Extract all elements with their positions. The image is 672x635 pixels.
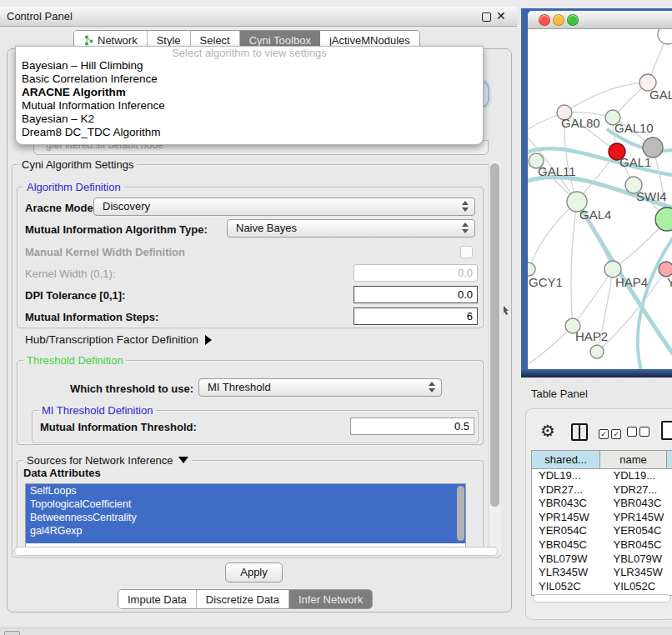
column-header-name[interactable]: name bbox=[600, 451, 667, 468]
select-all-icon[interactable]: ✓✓ bbox=[599, 425, 624, 440]
control-panel-title: Control Panel bbox=[7, 10, 73, 22]
network-node-label: GAL4 bbox=[579, 208, 611, 222]
network-canvas[interactable]: GAL7GAL80GAL10GAL1GAL11SWI4GAL4GCY1HAP4Y… bbox=[528, 29, 672, 369]
network-node-label: GCY1 bbox=[529, 275, 563, 289]
algorithm-definition-title: Algorithm Definition bbox=[23, 181, 124, 193]
table-row[interactable]: YLR345WYLR345W9. bbox=[532, 566, 672, 580]
network-node-label: GAL11 bbox=[538, 164, 576, 178]
mi-type-label: Mutual Information Algorithm Type: bbox=[25, 223, 208, 236]
network-node-label: GAL80 bbox=[561, 116, 600, 130]
network-node[interactable] bbox=[658, 29, 672, 44]
collapse-down-icon bbox=[178, 457, 188, 463]
cyni-settings-title: Cyni Algorithm Settings bbox=[18, 158, 137, 171]
settings-vscrollbar[interactable] bbox=[489, 161, 501, 554]
network-node-label: SWI4 bbox=[636, 189, 667, 203]
column-header-partial[interactable] bbox=[667, 451, 672, 468]
which-threshold-combo[interactable]: MI Threshold bbox=[198, 378, 442, 397]
network-icon bbox=[83, 35, 94, 46]
sources-title[interactable]: Sources for Network Inference bbox=[23, 454, 192, 467]
table-row[interactable]: YBL079WYBL079W bbox=[532, 552, 672, 567]
stepper-icon bbox=[462, 201, 469, 212]
columns-icon[interactable] bbox=[571, 423, 588, 441]
network-node[interactable] bbox=[655, 208, 672, 231]
dropdown-item-selected[interactable]: ARACNE Algorithm bbox=[16, 86, 483, 99]
settings-hscrollbar[interactable] bbox=[14, 547, 498, 556]
table-panel-title: Table Panel bbox=[531, 388, 588, 400]
network-window-titlebar[interactable] bbox=[528, 11, 672, 29]
list-item[interactable]: BetweennessCentrality bbox=[26, 511, 465, 524]
list-item-partial[interactable] bbox=[26, 538, 465, 543]
algorithm-dropdown: Select algorithm to view settings Bayesi… bbox=[15, 46, 484, 145]
hub-section-toggle[interactable]: Hub/Transcription Factor Definition bbox=[25, 333, 212, 346]
dropdown-item[interactable]: Basic Correlation Inference bbox=[16, 72, 483, 86]
network-node-label: HAP4 bbox=[615, 275, 648, 289]
mi-threshold-label: Mutual Information Threshold: bbox=[40, 421, 197, 433]
dropdown-item[interactable]: Bayesian – Hill Climbing bbox=[16, 59, 483, 72]
dpi-tolerance-field[interactable]: 0.0 bbox=[354, 286, 478, 303]
tab-infer-network[interactable]: Infer Network bbox=[289, 590, 372, 608]
network-node[interactable] bbox=[643, 138, 663, 158]
stepper-icon bbox=[429, 382, 436, 392]
bottom-corner-button[interactable] bbox=[4, 631, 20, 635]
bottom-tabbar: Impute Data Discretize Data Infer Networ… bbox=[118, 589, 373, 609]
manual-kernel-label: Manual Kernel Width Definition bbox=[25, 246, 185, 258]
deselect-all-icon[interactable] bbox=[627, 425, 652, 440]
dropdown-item[interactable]: Dream8 DC_TDC Algorithm bbox=[16, 126, 483, 139]
mi-steps-field[interactable]: 6 bbox=[354, 308, 478, 325]
document-icon[interactable] bbox=[661, 421, 672, 440]
list-scrollbar[interactable] bbox=[457, 486, 464, 541]
network-node[interactable] bbox=[528, 262, 535, 276]
which-threshold-label: Which threshold to use: bbox=[70, 382, 193, 395]
list-item[interactable]: gal4RGexp bbox=[26, 524, 465, 538]
dropdown-item[interactable]: Mutual Information Inference bbox=[16, 99, 483, 112]
network-node[interactable] bbox=[590, 345, 604, 358]
minimize-traffic-light[interactable] bbox=[553, 14, 564, 26]
table-row[interactable]: YDL19...YDL19...13 bbox=[532, 469, 672, 483]
kernel-width-field[interactable]: 0.0 bbox=[354, 264, 478, 282]
table-row[interactable]: YIL052CYIL052C9. bbox=[532, 580, 672, 594]
gear-icon[interactable]: ⚙ bbox=[540, 421, 555, 441]
aracne-mode-label: Aracne Mode: bbox=[25, 202, 97, 214]
tab-discretize-data[interactable]: Discretize Data bbox=[197, 590, 289, 608]
data-attributes-label: Data Attributes bbox=[23, 467, 101, 479]
zoom-traffic-light[interactable] bbox=[567, 14, 579, 26]
dpi-tolerance-label: DPI Tolerance [0,1]: bbox=[25, 289, 125, 302]
network-view[interactable]: GAL7GAL80GAL10GAL1GAL11SWI4GAL4GCY1HAP4Y… bbox=[528, 29, 672, 369]
manual-kernel-checkbox[interactable] bbox=[460, 246, 473, 258]
scrollbar-thumb[interactable] bbox=[490, 163, 499, 507]
network-node-label: GAL10 bbox=[614, 121, 654, 135]
tab-impute-data[interactable]: Impute Data bbox=[118, 590, 197, 608]
aracne-mode-combo[interactable]: Discovery bbox=[93, 198, 475, 216]
list-item[interactable]: SelfLoops bbox=[26, 484, 465, 498]
close-traffic-light[interactable] bbox=[539, 14, 550, 26]
bottom-strip bbox=[0, 628, 672, 635]
network-node-label: Y bbox=[667, 275, 672, 289]
column-header-shared-name[interactable]: shared... bbox=[532, 451, 600, 468]
mi-threshold-title: MI Threshold Definition bbox=[38, 404, 156, 417]
screen: Control Panel ✕ Network Style Select Cyn… bbox=[0, 0, 672, 635]
node-table: shared... name YDL19...YDL19...13 YDR27.… bbox=[531, 450, 672, 596]
table-row[interactable]: YER054CYER054C8. bbox=[532, 524, 672, 538]
network-node-label: HAP2 bbox=[575, 329, 608, 343]
dropdown-item[interactable]: Bayesian – K2 bbox=[16, 112, 483, 126]
table-row[interactable]: YBR045CYBR045C9. bbox=[532, 538, 672, 552]
mi-steps-label: Mutual Information Steps: bbox=[25, 311, 158, 323]
table-hscrollbar[interactable] bbox=[533, 594, 671, 602]
network-node-label: GAL1 bbox=[619, 155, 651, 169]
apply-button[interactable]: Apply bbox=[225, 562, 283, 582]
mi-threshold-field[interactable]: 0.5 bbox=[350, 418, 474, 435]
top-strip bbox=[0, 0, 672, 7]
float-window-icon[interactable] bbox=[482, 12, 491, 22]
list-item[interactable]: TopologicalCoefficient bbox=[26, 498, 465, 511]
table-row[interactable]: YDR27...YDR27...12 bbox=[532, 483, 672, 498]
network-window-frame-bottom bbox=[521, 369, 672, 378]
expand-right-icon bbox=[205, 335, 212, 345]
mi-type-combo[interactable]: Naive Bayes bbox=[227, 219, 475, 238]
table-header: shared... name bbox=[532, 451, 672, 469]
mouse-cursor bbox=[503, 306, 509, 315]
table-row[interactable]: YPR145WYPR145W9. bbox=[532, 511, 672, 525]
control-panel-titlebar: Control Panel ✕ bbox=[0, 7, 517, 27]
data-attributes-list: SelfLoops TopologicalCoefficient Between… bbox=[25, 483, 466, 548]
table-row[interactable]: YBR043CYBR043C bbox=[532, 497, 672, 511]
close-icon[interactable]: ✕ bbox=[496, 9, 506, 22]
